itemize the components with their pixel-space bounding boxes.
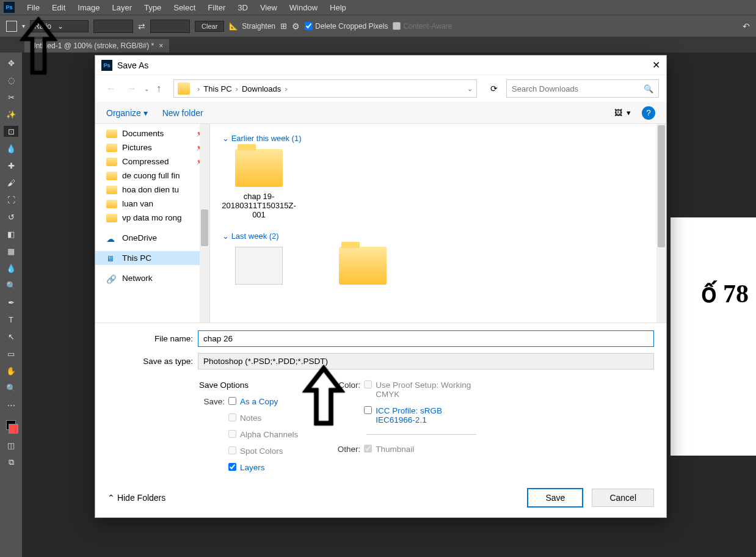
new-folder-button[interactable]: New folder [162, 108, 203, 118]
path-select-tool[interactable]: ↖ [4, 331, 18, 342]
dialog-close-button[interactable]: ✕ [652, 59, 660, 71]
eraser-tool[interactable]: ◧ [4, 228, 18, 239]
icc-checkbox[interactable] [364, 406, 372, 414]
save-button[interactable]: Save [527, 488, 583, 508]
reset-icon[interactable]: ↶ [743, 21, 750, 31]
hide-folders-toggle[interactable]: ⌃ Hide Folders [107, 493, 165, 503]
dodge-tool[interactable]: 🔍 [4, 280, 18, 291]
patch-tool[interactable]: ✚ [4, 160, 18, 171]
search-input[interactable] [512, 84, 634, 93]
magic-wand-tool[interactable]: ✨ [4, 109, 18, 120]
hand-tool[interactable]: ✋ [4, 365, 18, 376]
document-tab[interactable]: Untitled-1 @ 100% (stroke, RGB/8#) * × [24, 39, 169, 53]
quickmask-tool[interactable]: ◫ [4, 440, 18, 451]
type-tool[interactable]: T [4, 314, 18, 325]
menu-file[interactable]: File [21, 1, 46, 14]
color-swatches[interactable] [4, 420, 18, 434]
folder-item[interactable] [222, 247, 296, 289]
eyedropper-tool[interactable]: 💧 [4, 143, 18, 154]
delete-cropped-checkbox[interactable]: Delete Cropped Pixels [305, 22, 388, 31]
thumbnail-checkbox [364, 445, 372, 453]
straighten-icon: 📐 [229, 22, 238, 31]
stamp-tool[interactable]: ⛶ [4, 194, 18, 205]
group-header[interactable]: ⌄ Earlier this week (1) [222, 134, 654, 143]
nav-forward-icon[interactable]: → [123, 83, 140, 94]
breadcrumb[interactable]: › This PC › Downloads › ⌄ [173, 79, 477, 98]
folder-tree[interactable]: Documents📌 Pictures📌 Compressed📌 de cuon… [95, 124, 210, 322]
brush-tool[interactable]: 🖌 [4, 177, 18, 188]
sidebar-item-compressed[interactable]: Compressed📌 [95, 155, 209, 169]
file-list[interactable]: ⌄ Earlier this week (1) chap 19-20180311… [210, 124, 666, 322]
sidebar-item-pictures[interactable]: Pictures📌 [95, 140, 209, 155]
menu-type[interactable]: Type [138, 1, 167, 14]
marquee-tool[interactable]: ◌ [4, 75, 18, 86]
sidebar-item-this-pc[interactable]: 🖥This PC [95, 251, 209, 265]
sidebar-item[interactable]: luan van [95, 197, 209, 211]
sidebar-item-network[interactable]: 🔗Network [95, 271, 209, 285]
move-tool[interactable]: ✥ [4, 57, 18, 68]
sidebar-item-onedrive[interactable]: ☁OneDrive [95, 231, 209, 245]
zoom-tool[interactable]: 🔍 [4, 382, 18, 393]
sidebar-item-documents[interactable]: Documents📌 [95, 126, 209, 140]
search-icon: 🔍 [644, 84, 653, 93]
filetype-dropdown[interactable]: Photoshop (*.PSD;*.PDD;*.PSDT) [198, 353, 654, 370]
search-box[interactable]: 🔍 [506, 79, 659, 98]
folder-item[interactable] [326, 247, 399, 289]
nav-back-icon[interactable]: ← [103, 83, 120, 94]
crop-height-field[interactable] [150, 20, 190, 33]
menu-view[interactable]: View [254, 1, 283, 14]
swap-icon[interactable]: ⇄ [138, 21, 145, 31]
sidebar-item[interactable]: vp data mo rong [95, 211, 209, 225]
refresh-icon[interactable]: ⟳ [485, 84, 503, 93]
notes-checkbox [228, 413, 236, 421]
content-scrollbar[interactable] [656, 124, 666, 322]
crop-tool-icon[interactable] [6, 21, 17, 32]
shape-tool[interactable]: ▭ [4, 348, 18, 359]
crop-tool[interactable]: ⊡ [4, 126, 18, 137]
document-canvas[interactable]: ố 78 [671, 217, 756, 456]
nav-up-icon[interactable]: ↑ [153, 83, 165, 94]
folder-item[interactable]: chap 19-20180311T150315Z-001 [222, 149, 296, 219]
view-mode-dropdown[interactable]: 🖼 ▾ [614, 108, 631, 117]
menu-window[interactable]: Window [283, 1, 324, 14]
crop-width-field[interactable] [93, 20, 133, 33]
folder-icon [178, 82, 190, 95]
folder-icon [235, 149, 283, 187]
lasso-tool[interactable]: ✂ [4, 92, 18, 103]
background-swatch[interactable] [9, 424, 18, 434]
filename-label: File name: [107, 334, 193, 343]
menu-edit[interactable]: Edit [46, 1, 71, 14]
clear-button[interactable]: Clear [195, 21, 224, 32]
gear-icon[interactable]: ⚙ [292, 21, 300, 31]
spot-checkbox [228, 446, 236, 454]
history-brush-tool[interactable]: ↺ [4, 211, 18, 222]
help-icon[interactable]: ? [642, 106, 655, 120]
save-options-heading: Save Options [199, 380, 298, 390]
close-tab-icon[interactable]: × [159, 42, 163, 50]
sidebar-item[interactable]: hoa don dien tu [95, 183, 209, 197]
blur-tool[interactable]: 💧 [4, 263, 18, 274]
pen-tool[interactable]: ✒ [4, 297, 18, 308]
straighten-button[interactable]: 📐 Straighten [229, 22, 275, 31]
grid-icon[interactable]: ⊞ [280, 21, 287, 31]
menu-filter[interactable]: Filter [202, 1, 231, 14]
gradient-tool[interactable]: ▦ [4, 246, 18, 257]
sidebar-item[interactable]: de cuong full fin [95, 169, 209, 183]
screenmode-tool[interactable]: ⧉ [4, 457, 18, 468]
group-header[interactable]: ⌄ Last week (2) [222, 231, 654, 241]
menu-image[interactable]: Image [71, 1, 106, 14]
as-copy-checkbox[interactable] [228, 397, 236, 405]
cancel-button[interactable]: Cancel [592, 489, 654, 507]
filename-input[interactable] [198, 330, 654, 347]
content-aware-checkbox: Content-Aware [393, 22, 452, 31]
menu-3d[interactable]: 3D [231, 1, 254, 14]
dialog-nav: ← → ⌄ ↑ › This PC › Downloads › ⌄ ⟳ 🔍 [95, 75, 666, 102]
menu-select[interactable]: Select [167, 1, 202, 14]
layers-checkbox[interactable] [228, 463, 236, 471]
ratio-dropdown[interactable]: Ratio ⌄ [30, 20, 89, 32]
menu-help[interactable]: Help [324, 1, 352, 14]
menu-layer[interactable]: Layer [106, 1, 139, 14]
organize-dropdown[interactable]: Organize ▾ [106, 108, 148, 118]
sidebar-scrollbar[interactable] [200, 124, 209, 322]
more-tool[interactable]: ⋯ [4, 399, 18, 410]
